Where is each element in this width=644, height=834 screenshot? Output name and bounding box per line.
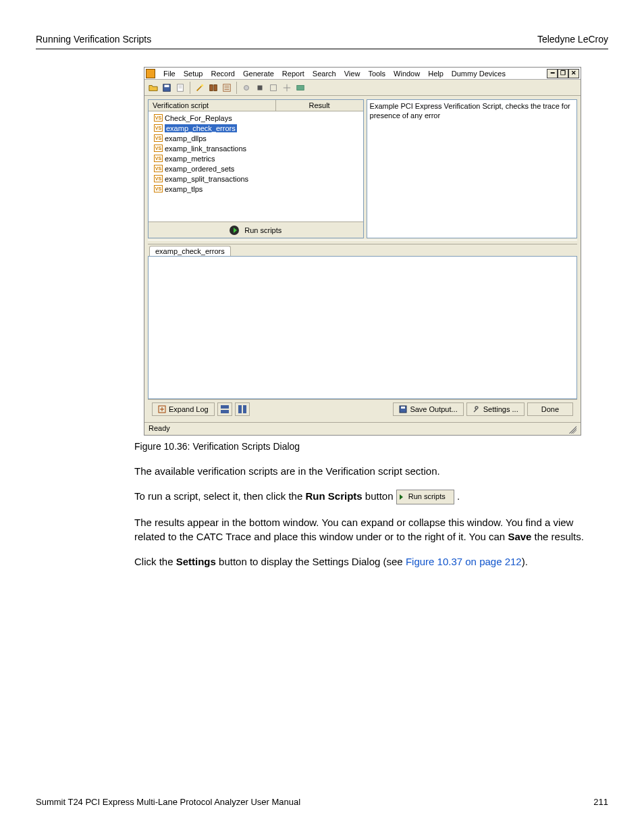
menu-tools[interactable]: Tools (364, 70, 390, 78)
menu-window[interactable]: Window (390, 70, 424, 78)
inline-run-scripts-button: Run scripts (396, 490, 454, 504)
script-item-label: Check_For_Replays (165, 114, 232, 122)
script-item[interactable]: VSexamp_check_errors (151, 123, 360, 133)
menu-generate[interactable]: Generate (239, 70, 278, 78)
tool-icon-1[interactable] (267, 82, 279, 94)
script-item-label: examp_dllps (165, 134, 207, 142)
record-icon[interactable] (240, 82, 252, 94)
header-left: Running Verification Scripts (36, 34, 151, 45)
menu-view[interactable]: View (340, 70, 365, 78)
svg-rect-16 (297, 85, 304, 90)
svg-point-6 (201, 84, 204, 86)
toolbar (144, 80, 581, 96)
svg-rect-14 (258, 85, 263, 90)
play-icon[interactable] (230, 226, 239, 235)
wand-icon[interactable] (194, 82, 206, 94)
svg-rect-23 (401, 407, 405, 409)
wrench-icon (473, 405, 481, 413)
layout-right-button[interactable] (235, 402, 250, 416)
paragraph-1: The available verification scripts are i… (134, 464, 588, 478)
page-header: Running Verification Scripts Teledyne Le… (36, 34, 608, 49)
menu-record[interactable]: Record (207, 70, 238, 78)
log-pane (148, 256, 577, 399)
minimize-button[interactable]: ━ (547, 69, 558, 78)
scripts-header: Verification script Result (149, 100, 363, 111)
menu-setup[interactable]: Setup (180, 70, 207, 78)
script-item[interactable]: VSexamp_metrics (151, 153, 360, 163)
restore-button[interactable]: ❐ (558, 69, 568, 78)
column-script[interactable]: Verification script (149, 100, 276, 111)
script-item[interactable]: VSexamp_tlps (151, 184, 360, 194)
document-icon[interactable] (174, 82, 186, 94)
run-scripts-button[interactable]: Run scripts (244, 226, 281, 234)
paragraph-4: Click the Settings button to display the… (134, 554, 588, 569)
script-item-label: examp_metrics (165, 155, 215, 163)
script-item-label: examp_split_transactions (165, 175, 248, 183)
svg-rect-18 (221, 405, 229, 409)
script-item[interactable]: VSexamp_ordered_sets (151, 163, 360, 174)
svg-rect-7 (210, 84, 213, 90)
statusbar: Ready (144, 422, 581, 435)
expand-log-button[interactable]: Expand Log (152, 402, 215, 416)
splitter[interactable] (148, 240, 577, 244)
vse-icon: VS (154, 124, 163, 132)
svg-rect-21 (243, 405, 246, 413)
app-window: FileSetupRecordGenerateReportSearchViewT… (144, 67, 581, 436)
script-item-label: examp_ordered_sets (165, 165, 234, 173)
close-button[interactable]: ✕ (568, 69, 579, 78)
svg-rect-8 (214, 84, 217, 90)
header-right: Teledyne LeCroy (537, 34, 608, 45)
script-item-label: examp_tlps (165, 185, 203, 193)
menu-dummy-devices[interactable]: Dummy Devices (448, 70, 510, 78)
app-icon (146, 69, 155, 78)
save-icon (399, 405, 407, 413)
open-icon[interactable] (147, 82, 159, 94)
run-scripts-row: Run scripts (149, 221, 363, 238)
save-output-button[interactable]: Save Output... (393, 402, 463, 416)
menubar: FileSetupRecordGenerateReportSearchViewT… (159, 70, 547, 78)
menu-report[interactable]: Report (278, 70, 308, 78)
vse-icon: VS (154, 145, 163, 152)
script-item-label: examp_link_transactions (165, 145, 246, 153)
svg-point-13 (244, 85, 249, 90)
figure-caption: Figure 10.36: Verification Scripts Dialo… (134, 441, 608, 452)
svg-rect-19 (221, 410, 229, 413)
list-icon[interactable] (221, 82, 233, 94)
layout-below-button[interactable] (217, 402, 232, 416)
script-item-label: examp_check_errors (165, 124, 237, 132)
menu-search[interactable]: Search (308, 70, 340, 78)
tool-icon-2[interactable] (281, 82, 293, 94)
vse-icon: VS (154, 155, 163, 162)
figure-crossref[interactable]: Figure 10.37 on page 212 (406, 556, 522, 567)
tool-icon-3[interactable] (294, 82, 306, 94)
expand-icon (158, 405, 166, 413)
svg-rect-15 (271, 84, 277, 90)
script-item[interactable]: VSexamp_link_transactions (151, 143, 360, 153)
vse-icon: VS (154, 185, 163, 192)
menu-help[interactable]: Help (424, 70, 448, 78)
scripts-list[interactable]: VSCheck_For_ReplaysVSexamp_check_errorsV… (149, 111, 363, 221)
script-item[interactable]: VSexamp_dllps (151, 133, 360, 143)
vse-icon: VS (154, 114, 163, 122)
vse-icon: VS (154, 175, 163, 182)
paragraph-3: The results appear in the bottom window.… (134, 515, 588, 544)
window-controls: ━ ❐ ✕ (547, 69, 579, 78)
page-footer: Summit T24 PCI Express Multi-Lane Protoc… (36, 797, 608, 807)
log-tab[interactable]: examp_check_errors (149, 246, 231, 256)
column-result[interactable]: Result (276, 100, 363, 111)
script-item[interactable]: VSexamp_split_transactions (151, 174, 360, 184)
options-icon[interactable] (207, 82, 219, 94)
script-item[interactable]: VSCheck_For_Replays (151, 113, 360, 123)
menu-file[interactable]: File (159, 70, 180, 78)
settings-button[interactable]: Settings ... (466, 402, 525, 416)
tabstrip: examp_check_errors (148, 244, 577, 256)
vse-icon: VS (154, 165, 163, 172)
body-text: The available verification scripts are i… (134, 464, 588, 569)
resize-grip[interactable] (567, 424, 576, 434)
scripts-pane: Verification script Result VSCheck_For_R… (148, 99, 364, 238)
stop-icon[interactable] (254, 82, 266, 94)
done-button[interactable]: Done (527, 402, 573, 416)
save-icon[interactable] (161, 82, 173, 94)
vse-icon: VS (154, 134, 163, 142)
footer-right: 211 (593, 797, 608, 807)
